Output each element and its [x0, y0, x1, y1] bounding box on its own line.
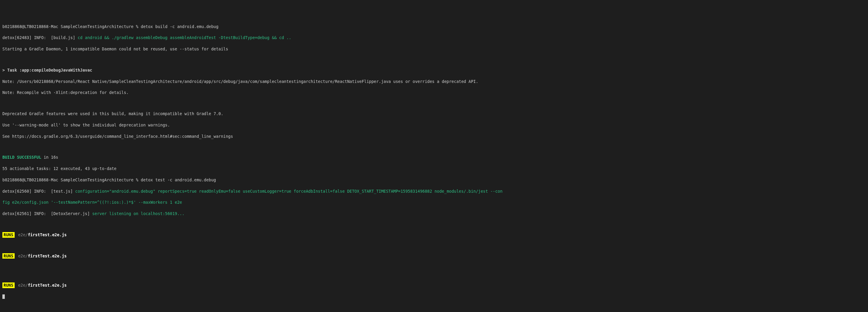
test-dir: e2e/ [18, 253, 28, 258]
log-prefix: detox[62561] INFO: [DetoxServer.js] [2, 211, 92, 216]
test-config: configuration="android.emu.debug" report… [75, 189, 502, 194]
detox-test-info-1: detox[62560] INFO: [test.js] configurati… [2, 188, 866, 194]
test-file: firstTest.e2e.js [28, 253, 67, 258]
test-file: firstTest.e2e.js [28, 283, 67, 287]
build-successful: BUILD SUCCESSFUL [2, 155, 41, 160]
server-msg: server listening on localhost:56019... [92, 211, 185, 216]
detox-test-info-2: fig e2e/config.json '--testNamePattern=^… [2, 200, 866, 205]
cursor-icon [2, 294, 5, 299]
shell-prompt: b0218868@LTB0218868-Mac SampleCleanTesti… [2, 177, 141, 182]
build-result-line: BUILD SUCCESSFUL in 16s [2, 154, 866, 160]
actionable-tasks: 55 actionable tasks: 12 executed, 43 up-… [2, 166, 866, 172]
command-text: detox build -c android.emu.debug [141, 24, 218, 29]
jest-runs-line-2: RUNS e2e/firstTest.e2e.js [2, 253, 866, 259]
runs-badge: RUNS [2, 282, 14, 288]
deprecation-note-2: Note: Recompile with -Xlint:deprecation … [2, 90, 866, 96]
gradle-daemon-msg: Starting a Gradle Daemon, 1 incompatible… [2, 46, 866, 52]
build-time: in 16s [41, 155, 58, 160]
shell-prompt: b0218868@LTB0218868-Mac SampleCleanTesti… [2, 24, 141, 29]
command-text: detox test -c android.emu.debug [141, 177, 216, 182]
test-file: firstTest.e2e.js [28, 232, 67, 237]
cursor-line[interactable] [2, 294, 866, 300]
jest-runs-line-1: RUNS e2e/firstTest.e2e.js [2, 232, 866, 238]
gradle-deprecated-2: Use '--warning-mode all' to show the ind… [2, 122, 866, 128]
prompt-line-2: b0218868@LTB0218868-Mac SampleCleanTesti… [2, 177, 866, 183]
log-prefix: detox[62560] INFO: [test.js] [2, 189, 75, 194]
detox-server-info: detox[62561] INFO: [DetoxServer.js] serv… [2, 211, 866, 216]
gradle-task: > Task :app:compileDebugJavaWithJavac [2, 67, 866, 73]
prompt-line-1: b0218868@LTB0218868-Mac SampleCleanTesti… [2, 24, 866, 30]
test-dir: e2e/ [18, 283, 28, 287]
detox-build-info: detox[62483] INFO: [build.js] cd android… [2, 35, 866, 41]
deprecation-note-1: Note: /Users/b0218868/Personal/React Nat… [2, 79, 866, 84]
jest-runs-line-3: RUNS e2e/firstTest.e2e.js [2, 282, 866, 288]
runs-badge: RUNS [2, 253, 14, 259]
gradle-deprecated-1: Deprecated Gradle features were used in … [2, 111, 866, 117]
runs-badge: RUNS [2, 232, 14, 238]
build-command: cd android && ./gradlew assembleDebug as… [78, 35, 291, 40]
gradle-deprecated-3: See https://docs.gradle.org/6.3/userguid… [2, 134, 866, 139]
test-dir: e2e/ [18, 232, 28, 237]
log-prefix: detox[62483] INFO: [build.js] [2, 35, 78, 40]
